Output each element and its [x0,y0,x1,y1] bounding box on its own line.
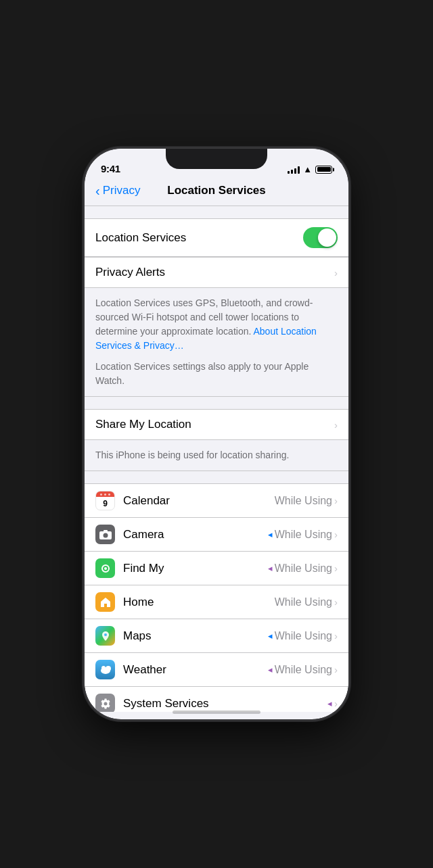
phone-screen: 9:41 ▲ ‹ Privacy Location Services [85,149,348,719]
apps-group: 9 Calendar While Using › [85,483,348,712]
findmy-svg [99,562,112,575]
svg-point-4 [104,567,107,570]
svg-point-7 [106,666,111,671]
back-button[interactable]: ‹ Privacy [95,184,140,197]
findmy-location-arrow-icon: ◂ [268,563,273,573]
calendar-chevron-icon: › [334,495,338,506]
status-icons: ▲ [288,164,332,174]
spacer-1 [85,206,348,218]
cal-icon-top [96,491,114,497]
camera-chevron-icon: › [334,529,338,540]
system-chevron-icon: › [334,698,338,709]
system-location-arrow-icon: ◂ [327,698,332,708]
svg-point-9 [104,702,107,705]
app-name-calendar: Calendar [123,494,275,508]
privacy-alerts-row[interactable]: Privacy Alerts › [85,258,348,287]
privacy-alerts-label: Privacy Alerts [95,266,165,279]
cal-dots [100,493,110,496]
home-indicator [173,710,260,714]
spacer-3 [85,397,348,409]
home-chevron-icon: › [334,596,338,608]
privacy-alerts-group: Privacy Alerts › [85,257,348,288]
description-watch-text: Location Services settings also apply to… [95,360,338,388]
toggle-thumb [318,228,336,247]
app-name-findmy: Find My [123,562,268,575]
weather-location-arrow-icon: ◂ [268,665,273,675]
cal-dot-2 [104,493,106,496]
svg-point-5 [104,633,107,636]
home-icon [95,592,115,612]
home-svg [99,596,112,608]
content-area[interactable]: Location Services Privacy Alerts › [85,206,348,712]
camera-status-text: While Using [275,529,332,541]
app-row-weather[interactable]: Weather ◂ While Using › [85,653,348,687]
share-location-desc: This iPhone is being used for location s… [85,440,348,471]
cal-date: 9 [103,497,108,510]
svg-rect-2 [104,530,108,532]
maps-svg [99,630,112,642]
status-time: 9:41 [101,163,120,174]
share-location-right: › [334,419,338,431]
app-status-camera: ◂ While Using › [268,529,338,541]
svg-point-8 [101,666,106,670]
system-services-icon [95,694,115,712]
location-services-toggle[interactable] [303,227,338,248]
app-row-system[interactable]: System Services ◂ › [85,687,348,712]
wifi-icon: ▲ [303,164,312,174]
maps-chevron-icon: › [334,630,338,642]
share-location-label: Share My Location [95,418,191,431]
weather-status-text: While Using [275,664,332,676]
system-svg [99,698,112,710]
nav-bar: ‹ Privacy Location Services [85,178,348,206]
app-name-weather: Weather [123,663,268,677]
signal-bar-1 [288,171,290,174]
back-chevron-icon: ‹ [95,184,100,197]
app-row-camera[interactable]: Camera ◂ While Using › [85,518,348,552]
notch [166,149,267,169]
app-row-calendar[interactable]: 9 Calendar While Using › [85,484,348,518]
privacy-alerts-right: › [334,267,338,279]
spacer-4 [85,471,348,483]
app-name-maps: Maps [123,629,268,643]
share-location-row[interactable]: Share My Location › [85,410,348,439]
weather-svg [99,665,112,675]
app-row-findmy[interactable]: Find My ◂ While Using › [85,552,348,585]
svg-point-1 [103,533,108,537]
cal-dot-3 [108,493,110,496]
description-text: Location Services uses GPS, Bluetooth, a… [95,296,338,353]
home-status-text: While Using [275,596,332,608]
app-status-maps: ◂ While Using › [268,630,338,642]
signal-bar-4 [298,166,300,174]
app-status-system: ◂ › [327,698,338,709]
share-location-group: Share My Location › [85,409,348,440]
cal-dot-1 [100,493,102,496]
privacy-alerts-chevron-icon: › [334,267,338,279]
calendar-status-text: While Using [275,495,332,507]
location-services-group: Location Services [85,218,348,257]
maps-icon [95,626,115,646]
app-status-findmy: ◂ While Using › [268,562,338,575]
share-location-desc-text: This iPhone is being used for location s… [95,448,338,462]
app-row-home[interactable]: Home While Using › [85,585,348,619]
calendar-icon: 9 [95,491,115,510]
signal-bars-icon [288,166,300,174]
battery-fill [317,167,331,172]
app-name-system: System Services [123,697,327,710]
maps-location-arrow-icon: ◂ [268,631,273,641]
battery-icon [315,166,332,174]
location-services-row[interactable]: Location Services [85,219,348,256]
findmy-status-text: While Using [275,562,332,575]
findmy-chevron-icon: › [334,562,338,574]
location-services-label: Location Services [95,231,186,245]
app-row-maps[interactable]: Maps ◂ While Using › [85,619,348,653]
back-label: Privacy [103,184,141,197]
description-block: Location Services uses GPS, Bluetooth, a… [85,288,348,397]
app-name-camera: Camera [123,528,268,541]
weather-chevron-icon: › [334,664,338,675]
weather-icon [95,660,115,679]
camera-icon [95,525,115,544]
app-status-calendar: While Using › [275,495,338,507]
signal-bar-3 [294,168,296,174]
app-status-weather: ◂ While Using › [268,664,338,676]
page-title: Location Services [167,184,266,197]
